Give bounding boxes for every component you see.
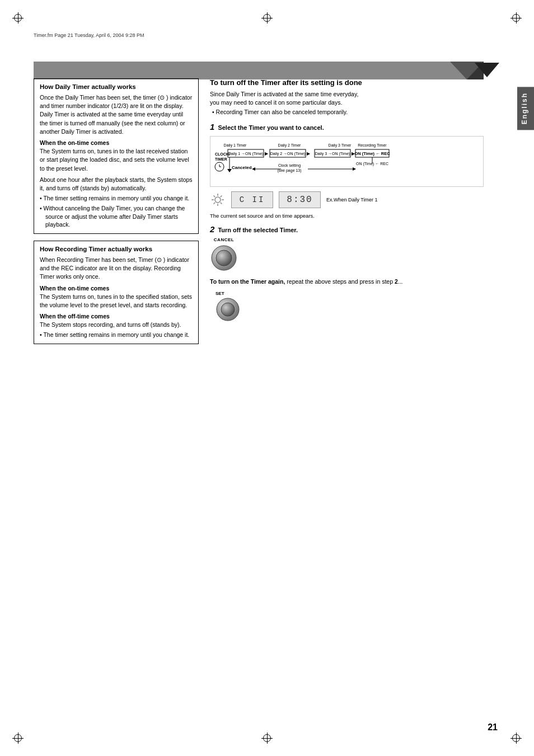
- display1: C II: [231, 191, 273, 208]
- svg-text:(see page 13): (see page 13): [277, 168, 301, 173]
- daily-on-time-para2: About one hour after the playback starts…: [40, 176, 193, 192]
- cancel-button-svg: [210, 244, 238, 272]
- svg-text:Clock setting: Clock setting: [278, 163, 301, 168]
- section-title: To turn off the Timer after its setting …: [210, 78, 484, 87]
- english-tab: English: [517, 87, 534, 130]
- svg-line-39: [214, 196, 216, 198]
- recording-on-time-heading: When the on-time comes: [40, 285, 193, 292]
- right-column: To turn off the Timer after its setting …: [210, 78, 484, 322]
- ex-label: Ex.When Daily Timer 1: [326, 196, 378, 204]
- recording-on-time-para: The System turns on, tunes in to the spe…: [40, 293, 193, 309]
- recording-off-time-para: The System stops recording, and turns of…: [40, 321, 193, 329]
- svg-text:Canceled: Canceled: [232, 165, 252, 170]
- daily-timer-title: How Daily Timer actually works: [40, 83, 193, 90]
- svg-marker-24: [227, 169, 232, 172]
- svg-line-42: [214, 203, 216, 204]
- sun-icon: [210, 192, 226, 208]
- svg-text:Daily 3 Timer: Daily 3 Timer: [329, 143, 352, 148]
- arrow-triangle: [475, 63, 499, 79]
- cancel-label: CANCEL: [214, 237, 234, 242]
- svg-marker-2: [475, 63, 499, 77]
- step1-container: 1 Select the Timer you want to cancel.: [210, 122, 484, 132]
- set-label: SET: [216, 291, 224, 296]
- turn-on-text: To turn on the Timer again, repeat the a…: [210, 278, 484, 287]
- reg-mark-tl: [12, 12, 24, 24]
- reg-mark-br: [510, 732, 522, 744]
- recording-timer-title: How Recording Timer actually works: [40, 246, 193, 252]
- step1-number: 1: [210, 122, 214, 132]
- recording-off-time-heading: When the off-time comes: [40, 313, 193, 320]
- content-area: How Daily Timer actually works Once the …: [34, 78, 484, 711]
- step2-container: 2 Turn off the selected Timer. CANCEL: [210, 224, 484, 272]
- intro-text: Since Daily Timer is activated at the sa…: [210, 90, 484, 107]
- current-set-text: The current set source and on time appea…: [210, 213, 484, 219]
- display-row: C II 8:30 Ex.When Daily Timer 1: [210, 191, 484, 208]
- svg-marker-27: [252, 167, 255, 171]
- set-button-area: SET: [216, 291, 484, 322]
- reg-mark-bl: [12, 732, 24, 744]
- step1-text: Select the Timer you want to cancel.: [218, 124, 324, 131]
- svg-text:ON (Time) ← REC: ON (Time) ← REC: [354, 151, 390, 156]
- intro-bullet: • Recording Timer can also be canceled t…: [210, 109, 484, 115]
- svg-text:TIMER: TIMER: [215, 157, 227, 161]
- svg-text:Daily 3 →ON (Time): Daily 3 →ON (Time): [315, 152, 350, 156]
- daily-on-time-para1: The System turns on, tunes in to the las…: [40, 147, 193, 173]
- svg-point-46: [221, 303, 235, 316]
- display2: 8:30: [279, 191, 321, 208]
- svg-point-44: [216, 250, 232, 266]
- svg-text:▶: ▶: [265, 151, 269, 156]
- timer-diagram: CLOCK/ TIMER Daily 1 Timer Daily 1 →ON (…: [210, 136, 484, 187]
- page-number: 21: [488, 722, 498, 732]
- reg-mark-tc: [261, 12, 273, 24]
- svg-text:Daily 1 →ON (Time): Daily 1 →ON (Time): [228, 152, 264, 156]
- daily-timer-body: Once the Daily Timer has been set, the t…: [40, 93, 193, 136]
- cancel-button-area: CANCEL: [210, 237, 484, 272]
- step2-text: Turn off the selected Timer.: [218, 227, 298, 233]
- recording-bullet1: The timer setting remains in memory unti…: [40, 331, 193, 339]
- svg-point-34: [215, 197, 221, 203]
- svg-marker-31: [353, 167, 356, 171]
- daily-bullet2: Without canceling the Daily Timer, you c…: [40, 204, 193, 229]
- left-column: How Daily Timer actually works Once the …: [34, 78, 199, 351]
- svg-text:Daily 1 Timer: Daily 1 Timer: [224, 143, 247, 148]
- svg-line-40: [221, 203, 222, 204]
- reg-mark-tr: [510, 12, 522, 24]
- svg-text:Daily 2 Timer: Daily 2 Timer: [278, 143, 302, 148]
- daily-timer-box: How Daily Timer actually works Once the …: [34, 78, 199, 234]
- cancel-button-graphic: CANCEL: [210, 237, 238, 272]
- timer-diagram-svg: CLOCK/ TIMER Daily 1 Timer Daily 1 →ON (…: [214, 140, 404, 182]
- svg-text:Daily 2 →ON (Time): Daily 2 →ON (Time): [270, 152, 306, 156]
- daily-bullet1: The timer setting remains in memory unti…: [40, 194, 193, 203]
- recording-timer-body: When Recording Timer has been set, Timer…: [40, 256, 193, 281]
- svg-line-41: [221, 196, 222, 198]
- step2-number: 2: [210, 224, 214, 234]
- svg-text:▶: ▶: [307, 151, 311, 156]
- daily-on-time-heading: When the on-time comes: [40, 139, 193, 146]
- svg-text:Recording Timer: Recording Timer: [358, 143, 387, 148]
- header-bar: [34, 62, 484, 79]
- reg-mark-bc: [261, 732, 273, 744]
- file-info: Timer.fm Page 21 Tuesday, April 6, 2004 …: [34, 32, 144, 38]
- set-button-svg: [216, 297, 241, 322]
- recording-timer-box: How Recording Timer actually works When …: [34, 241, 199, 344]
